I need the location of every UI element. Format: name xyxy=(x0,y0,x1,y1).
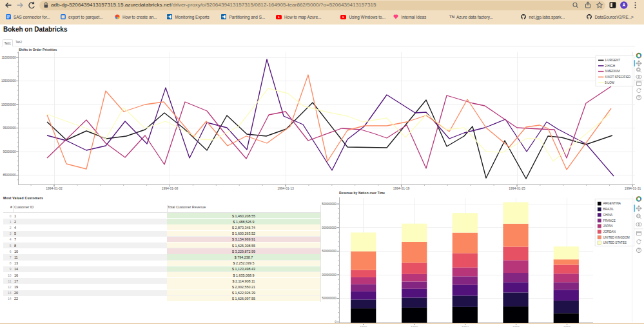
svg-text:FRANCE: FRANCE xyxy=(603,219,616,223)
svg-text:5-LOW: 5-LOW xyxy=(605,81,614,84)
svg-text:1500000000: 1500000000 xyxy=(322,250,337,253)
svg-text:1994-01-25: 1994-01-25 xyxy=(509,186,525,190)
svg-text:1994-01-19: 1994-01-19 xyxy=(393,186,410,190)
svg-text:JAPAN: JAPAN xyxy=(603,224,613,228)
svg-text:4-NOT SPECIFIED: 4-NOT SPECIFIED xyxy=(605,75,631,79)
svg-text:1000000000: 1000000000 xyxy=(322,273,337,277)
svg-text:UNITED KINGDOM: UNITED KINGDOM xyxy=(603,236,630,239)
svg-text:3-MEDIUM: 3-MEDIUM xyxy=(605,70,620,73)
svg-text:UNITED STATES: UNITED STATES xyxy=(603,241,627,244)
svg-text:BRAZIL: BRAZIL xyxy=(603,208,614,211)
svg-text:1994-01-08: 1994-01-08 xyxy=(162,186,179,190)
svg-text:85000000: 85000000 xyxy=(3,173,17,177)
svg-text:1994-01-31: 1994-01-31 xyxy=(625,186,641,190)
svg-text:A: A xyxy=(622,3,625,7)
svg-text:ARGENTINA: ARGENTINA xyxy=(603,202,621,205)
svg-text:1-URGENT: 1-URGENT xyxy=(605,59,620,62)
svg-text:500000000: 500000000 xyxy=(322,297,337,300)
svg-text:1994-01-02: 1994-01-02 xyxy=(46,186,63,190)
svg-text:1994-01-13: 1994-01-13 xyxy=(277,186,294,190)
svg-text:JORDAN: JORDAN xyxy=(603,230,616,233)
svg-text:105000000: 105000000 xyxy=(1,79,16,83)
svg-text:2-HIGH: 2-HIGH xyxy=(605,64,615,68)
svg-text:2000000000: 2000000000 xyxy=(322,226,337,230)
svg-text:95000000: 95000000 xyxy=(3,126,17,130)
svg-text:110000000: 110000000 xyxy=(1,56,16,59)
svg-text:CHINA: CHINA xyxy=(603,213,613,217)
svg-text:90000000: 90000000 xyxy=(3,150,17,154)
svg-text:2500000000: 2500000000 xyxy=(322,203,337,206)
svg-text:100000000: 100000000 xyxy=(1,103,16,106)
